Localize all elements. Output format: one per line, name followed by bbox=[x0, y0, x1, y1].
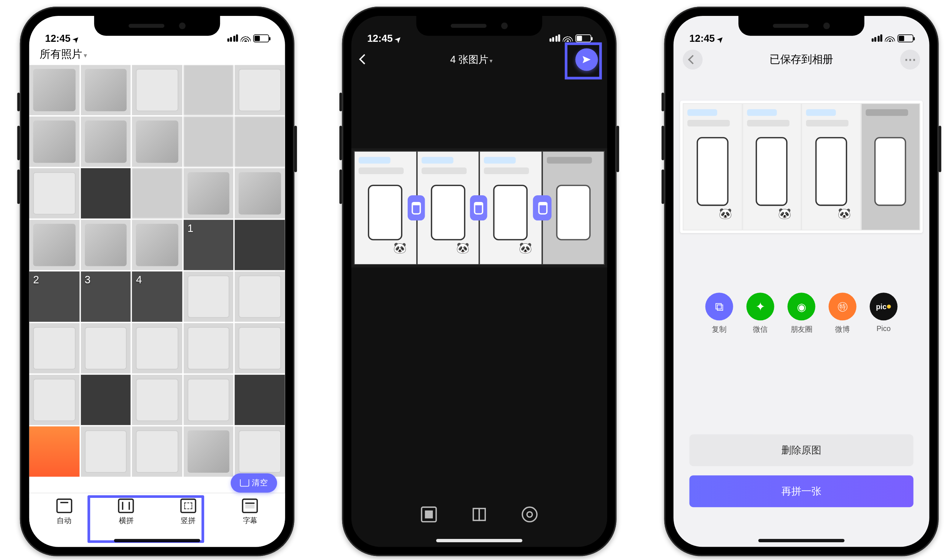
photo-thumb[interactable] bbox=[29, 426, 79, 477]
photo-thumb[interactable] bbox=[183, 323, 233, 374]
signal-icon bbox=[549, 34, 560, 42]
signal-icon bbox=[871, 34, 882, 42]
horizontal-icon bbox=[118, 498, 134, 513]
share-button[interactable] bbox=[576, 48, 598, 71]
photo-thumb[interactable] bbox=[183, 65, 233, 115]
photo-thumb[interactable] bbox=[29, 117, 79, 167]
photo-thumb-selected[interactable]: 3 bbox=[81, 271, 131, 322]
phone-3: 12:45 已保存到相册 复制 微信 朋友圈 微博 picPico bbox=[664, 7, 939, 556]
tab-auto[interactable]: 自动 bbox=[33, 498, 95, 532]
battery-icon bbox=[576, 34, 591, 42]
photo-thumb[interactable] bbox=[183, 271, 233, 322]
stitch-pane[interactable] bbox=[417, 151, 479, 265]
back-button[interactable] bbox=[361, 54, 368, 65]
screen-photo-picker: 12:45 所有照片 bbox=[29, 16, 285, 547]
clear-selection-button[interactable]: 清空 bbox=[231, 474, 277, 493]
stitch-again-button[interactable]: 再拼一张 bbox=[690, 475, 914, 507]
photo-thumb[interactable] bbox=[81, 375, 131, 425]
photo-thumb[interactable] bbox=[81, 117, 131, 167]
stitch-pane[interactable] bbox=[354, 151, 417, 265]
tab-vertical[interactable]: 竖拼 bbox=[157, 498, 219, 532]
clock: 12:45 bbox=[45, 32, 71, 44]
photo-thumb[interactable] bbox=[132, 168, 182, 218]
toolbar-watermark-icon[interactable] bbox=[522, 506, 538, 522]
panda-icon bbox=[393, 242, 408, 255]
photo-thumb[interactable] bbox=[235, 375, 285, 425]
toolbar-frame-icon[interactable] bbox=[421, 506, 437, 522]
home-indicator[interactable] bbox=[436, 539, 522, 542]
photo-thumb[interactable] bbox=[29, 323, 79, 374]
photo-thumb[interactable] bbox=[235, 426, 285, 477]
photo-thumb[interactable] bbox=[81, 65, 131, 115]
stitch-pane[interactable] bbox=[542, 151, 604, 265]
signal-icon bbox=[227, 34, 238, 42]
photo-thumb[interactable] bbox=[132, 426, 182, 477]
moments-icon bbox=[787, 292, 815, 320]
photo-thumb[interactable] bbox=[235, 271, 285, 322]
screen-editor: 12:45 4 张图片 bbox=[351, 16, 607, 547]
lock-handle[interactable] bbox=[534, 195, 551, 220]
photo-thumb[interactable] bbox=[29, 375, 79, 425]
home-indicator[interactable] bbox=[114, 539, 200, 542]
tab-subtitle[interactable]: 字幕 bbox=[219, 498, 281, 532]
share-copy[interactable]: 复制 bbox=[706, 292, 733, 334]
share-icon bbox=[581, 54, 592, 65]
photo-thumb[interactable] bbox=[29, 168, 79, 218]
more-button[interactable] bbox=[900, 49, 920, 69]
photo-thumb[interactable] bbox=[235, 220, 285, 270]
photo-thumb[interactable] bbox=[235, 117, 285, 167]
tab-horizontal[interactable]: 横拼 bbox=[95, 498, 157, 532]
vertical-icon bbox=[180, 498, 196, 513]
photo-thumb[interactable] bbox=[29, 65, 79, 115]
location-icon bbox=[717, 32, 723, 44]
phone-1: 12:45 所有照片 bbox=[20, 7, 294, 556]
photo-thumb-selected[interactable]: 1 bbox=[183, 220, 233, 270]
photo-thumb[interactable] bbox=[132, 117, 182, 167]
auto-icon bbox=[56, 498, 72, 513]
photo-thumb[interactable] bbox=[81, 168, 131, 218]
photo-thumb[interactable] bbox=[132, 220, 182, 270]
share-wechat[interactable]: 微信 bbox=[747, 292, 774, 334]
photo-thumb-selected[interactable]: 2 bbox=[29, 271, 79, 322]
location-icon bbox=[395, 32, 401, 44]
share-moments[interactable]: 朋友圈 bbox=[787, 292, 815, 334]
wechat-icon bbox=[747, 292, 774, 320]
photo-thumb[interactable] bbox=[132, 323, 182, 374]
clock: 12:45 bbox=[690, 32, 715, 44]
panda-icon bbox=[456, 242, 471, 255]
wifi-icon bbox=[241, 32, 251, 44]
result-preview[interactable] bbox=[680, 101, 923, 233]
photo-thumb[interactable] bbox=[235, 65, 285, 115]
share-pico[interactable]: picPico bbox=[869, 292, 897, 334]
photo-thumb[interactable] bbox=[81, 426, 131, 477]
wifi-icon bbox=[885, 32, 895, 44]
photo-thumb[interactable] bbox=[235, 168, 285, 218]
photo-thumb[interactable] bbox=[132, 65, 182, 115]
photo-thumb[interactable] bbox=[183, 168, 233, 218]
back-button[interactable] bbox=[683, 49, 703, 69]
editor-toolbar bbox=[351, 499, 607, 530]
delete-originals-button[interactable]: 删除原图 bbox=[690, 434, 914, 466]
photo-thumb[interactable] bbox=[29, 220, 79, 270]
screen-saved: 12:45 已保存到相册 复制 微信 朋友圈 微博 picPico bbox=[673, 16, 929, 547]
photo-thumb[interactable] bbox=[81, 323, 131, 374]
stitch-canvas[interactable] bbox=[351, 148, 607, 268]
copy-icon bbox=[706, 292, 733, 320]
photo-thumb[interactable] bbox=[81, 220, 131, 270]
page-title[interactable]: 4 张图片 bbox=[450, 53, 493, 66]
phone-2: 12:45 4 张图片 bbox=[342, 7, 616, 556]
photo-thumb[interactable] bbox=[183, 117, 233, 167]
stitch-pane[interactable] bbox=[479, 151, 542, 265]
lock-handle[interactable] bbox=[470, 195, 487, 220]
share-weibo[interactable]: 微博 bbox=[829, 292, 857, 334]
lock-handle[interactable] bbox=[408, 195, 425, 220]
home-indicator[interactable] bbox=[758, 539, 845, 542]
toolbar-split-icon[interactable] bbox=[471, 506, 487, 522]
photo-thumb[interactable] bbox=[132, 375, 182, 425]
photo-thumb[interactable] bbox=[183, 375, 233, 425]
photo-thumb[interactable] bbox=[183, 426, 233, 477]
share-row: 复制 微信 朋友圈 微博 picPico bbox=[673, 292, 929, 334]
photo-thumb[interactable] bbox=[235, 323, 285, 374]
album-selector[interactable]: 所有照片 bbox=[29, 45, 285, 67]
photo-thumb-selected[interactable]: 4 bbox=[132, 271, 182, 322]
